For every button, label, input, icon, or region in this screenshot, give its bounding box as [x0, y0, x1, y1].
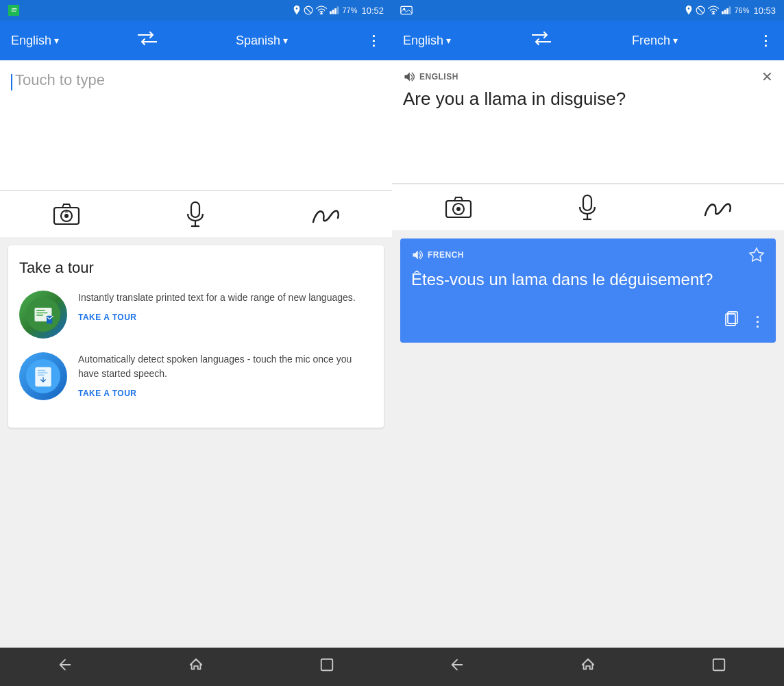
svg-rect-42 [713, 659, 724, 671]
target-lang-arrow: ▾ [283, 35, 288, 46]
tour-item-1-description: Instantly translate printed text for a w… [78, 291, 356, 305]
right-source-lang-selector[interactable]: English ▾ [403, 34, 451, 48]
right-handwriting-button[interactable] [702, 196, 731, 219]
left-input-area[interactable]: Touch to type [0, 60, 392, 191]
target-lang-selector[interactable]: Spanish ▾ [236, 34, 288, 48]
copy-button[interactable] [723, 311, 739, 332]
right-camera-button[interactable] [445, 196, 472, 219]
right-status-icons [400, 5, 413, 15]
left-status-icons [8, 5, 19, 16]
translation-sound-icon[interactable] [411, 249, 424, 260]
source-lang-arrow: ▾ [54, 35, 59, 46]
tour-item-1-text-block: Instantly translate printed text for a w… [78, 291, 356, 323]
left-icon-bar [0, 191, 392, 237]
swap-languages-button[interactable] [138, 32, 157, 49]
svg-rect-33 [729, 6, 731, 14]
translation-card: FRENCH Êtes-vous un lama dans le déguise… [400, 238, 776, 343]
svg-rect-6 [337, 6, 339, 14]
source-lang-label: English [11, 34, 51, 48]
right-target-lang-selector[interactable]: French ▾ [632, 34, 678, 48]
tour-item-1: Instantly translate printed text for a w… [19, 291, 373, 339]
right-signal-icon [722, 5, 731, 15]
left-toolbar: English ▾ Spanish ▾ ⋮ [0, 21, 392, 60]
svg-rect-31 [724, 10, 726, 14]
tour-item-2-description: Automatically detect spoken languages - … [78, 352, 373, 381]
favorite-button[interactable] [748, 247, 765, 267]
right-more-button[interactable]: ⋮ [759, 32, 773, 49]
svg-rect-24 [38, 375, 45, 376]
source-lang-display: ENGLISH [419, 72, 458, 82]
spotify-icon [8, 5, 19, 16]
translation-lang-header: FRENCH [411, 249, 765, 260]
translation-more-button[interactable]: ⋮ [750, 313, 765, 330]
svg-rect-22 [38, 370, 46, 371]
close-source-button[interactable]: ✕ [761, 69, 773, 85]
right-status-bar: 76% 10:53 [392, 0, 784, 21]
recents-button[interactable] [319, 657, 334, 676]
svg-rect-17 [36, 313, 48, 314]
svg-rect-30 [722, 11, 724, 14]
tour-item-2: Automatically detect spoken languages - … [19, 352, 373, 400]
svg-rect-16 [36, 310, 45, 311]
right-icon-bar [392, 184, 784, 230]
right-microphone-button[interactable] [578, 195, 597, 221]
source-sound-icon[interactable] [403, 71, 415, 82]
right-source-lang-label: English [403, 34, 443, 48]
signal-icon [330, 5, 339, 15]
right-back-button[interactable] [450, 657, 465, 676]
left-status-right: 77% 10:52 [293, 5, 384, 16]
svg-point-36 [456, 207, 461, 211]
left-content-area: Take a tour Instantly translate printed … [0, 237, 392, 648]
right-location-icon [685, 5, 693, 15]
right-target-lang-arrow: ▾ [673, 35, 678, 46]
tour-item-1-link[interactable]: TAKE A TOUR [78, 313, 137, 322]
svg-rect-5 [334, 8, 336, 14]
right-source-area: ENGLISH Are you a llama in disguise? ✕ [392, 60, 784, 184]
home-button[interactable] [188, 657, 204, 676]
right-content-area: FRENCH Êtes-vous un lama dans le déguise… [392, 230, 784, 648]
svg-rect-19 [47, 316, 52, 324]
svg-rect-11 [191, 202, 199, 217]
svg-rect-4 [332, 10, 334, 14]
svg-point-9 [64, 214, 69, 218]
right-home-button[interactable] [580, 657, 596, 676]
source-text-display: Are you a llama in disguise? [403, 88, 773, 111]
right-toolbar: English ▾ French ▾ ⋮ [392, 21, 784, 60]
block-icon [304, 5, 313, 15]
input-placeholder: Touch to type [15, 71, 105, 88]
right-block-icon [696, 5, 705, 15]
tour-icon-speech [19, 352, 67, 400]
svg-rect-32 [726, 8, 728, 14]
right-battery-level: 76% [734, 6, 749, 14]
left-status-bar: 77% 10:52 [0, 0, 392, 21]
right-time: 10:53 [753, 5, 776, 16]
right-source-lang-arrow: ▾ [446, 35, 451, 46]
handwriting-button[interactable] [310, 203, 339, 226]
left-phone-panel: 77% 10:52 English ▾ Spanish ▾ ⋮ Touch to… [0, 0, 392, 686]
more-options-button[interactable]: ⋮ [367, 32, 381, 49]
tour-card-title: Take a tour [19, 259, 373, 277]
right-bottom-nav [392, 648, 784, 686]
source-lang-selector[interactable]: English ▾ [11, 34, 59, 48]
camera-button[interactable] [53, 203, 80, 226]
translation-lang-label: FRENCH [428, 250, 464, 260]
tour-item-2-link[interactable]: TAKE A TOUR [78, 389, 137, 398]
svg-point-0 [10, 6, 18, 14]
svg-rect-23 [38, 372, 48, 373]
translated-text: Êtes-vous un lama dans le déguisement? [411, 269, 765, 291]
svg-line-29 [698, 8, 703, 13]
back-button[interactable] [58, 657, 73, 676]
microphone-button[interactable] [186, 201, 205, 228]
right-image-icon [400, 5, 413, 15]
tour-card: Take a tour Instantly translate printed … [8, 245, 384, 428]
right-wifi-icon [708, 5, 719, 15]
svg-rect-25 [321, 659, 332, 671]
right-recents-button[interactable] [711, 657, 726, 676]
svg-line-2 [306, 8, 311, 13]
right-swap-button[interactable] [532, 32, 551, 49]
source-lang-header: ENGLISH [403, 71, 773, 82]
tour-item-2-text-block: Automatically detect spoken languages - … [78, 352, 373, 399]
tour-icon-print [19, 291, 67, 339]
right-target-lang-label: French [632, 34, 670, 48]
battery-level: 77% [342, 6, 357, 14]
